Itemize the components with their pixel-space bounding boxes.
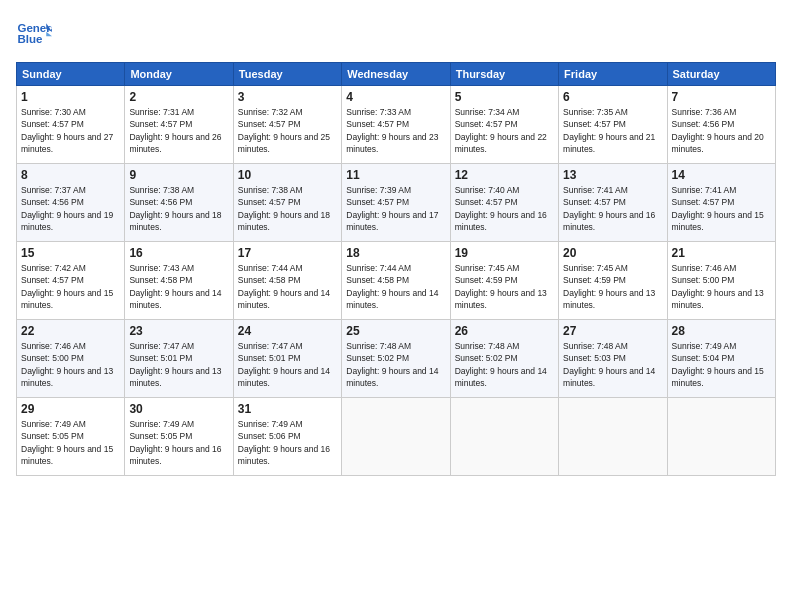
calendar-cell: 31Sunrise: 7:49 AMSunset: 5:06 PMDayligh… [233,398,341,476]
day-info: Sunrise: 7:49 AMSunset: 5:05 PMDaylight:… [129,418,228,467]
day-info: Sunrise: 7:38 AMSunset: 4:56 PMDaylight:… [129,184,228,233]
calendar-week-5: 29Sunrise: 7:49 AMSunset: 5:05 PMDayligh… [17,398,776,476]
calendar-cell: 1Sunrise: 7:30 AMSunset: 4:57 PMDaylight… [17,86,125,164]
day-number: 25 [346,324,445,338]
calendar-week-2: 8Sunrise: 7:37 AMSunset: 4:56 PMDaylight… [17,164,776,242]
day-number: 1 [21,90,120,104]
day-number: 18 [346,246,445,260]
day-info: Sunrise: 7:48 AMSunset: 5:02 PMDaylight:… [455,340,554,389]
day-info: Sunrise: 7:34 AMSunset: 4:57 PMDaylight:… [455,106,554,155]
calendar-cell: 16Sunrise: 7:43 AMSunset: 4:58 PMDayligh… [125,242,233,320]
calendar-cell: 15Sunrise: 7:42 AMSunset: 4:57 PMDayligh… [17,242,125,320]
calendar-table: SundayMondayTuesdayWednesdayThursdayFrid… [16,62,776,476]
day-number: 6 [563,90,662,104]
day-number: 2 [129,90,228,104]
calendar-cell [342,398,450,476]
day-number: 21 [672,246,771,260]
day-number: 7 [672,90,771,104]
calendar-cell: 19Sunrise: 7:45 AMSunset: 4:59 PMDayligh… [450,242,558,320]
weekday-header-row: SundayMondayTuesdayWednesdayThursdayFrid… [17,63,776,86]
weekday-header-sunday: Sunday [17,63,125,86]
weekday-header-friday: Friday [559,63,667,86]
day-info: Sunrise: 7:44 AMSunset: 4:58 PMDaylight:… [238,262,337,311]
day-number: 23 [129,324,228,338]
day-number: 9 [129,168,228,182]
day-number: 17 [238,246,337,260]
day-info: Sunrise: 7:35 AMSunset: 4:57 PMDaylight:… [563,106,662,155]
calendar-cell: 14Sunrise: 7:41 AMSunset: 4:57 PMDayligh… [667,164,775,242]
page-header: General Blue [16,16,776,52]
calendar-cell: 27Sunrise: 7:48 AMSunset: 5:03 PMDayligh… [559,320,667,398]
weekday-header-wednesday: Wednesday [342,63,450,86]
day-info: Sunrise: 7:45 AMSunset: 4:59 PMDaylight:… [455,262,554,311]
day-info: Sunrise: 7:41 AMSunset: 4:57 PMDaylight:… [672,184,771,233]
day-info: Sunrise: 7:38 AMSunset: 4:57 PMDaylight:… [238,184,337,233]
calendar-cell: 5Sunrise: 7:34 AMSunset: 4:57 PMDaylight… [450,86,558,164]
day-number: 26 [455,324,554,338]
day-number: 13 [563,168,662,182]
day-number: 20 [563,246,662,260]
day-info: Sunrise: 7:41 AMSunset: 4:57 PMDaylight:… [563,184,662,233]
day-info: Sunrise: 7:42 AMSunset: 4:57 PMDaylight:… [21,262,120,311]
day-number: 11 [346,168,445,182]
day-info: Sunrise: 7:39 AMSunset: 4:57 PMDaylight:… [346,184,445,233]
calendar-cell: 9Sunrise: 7:38 AMSunset: 4:56 PMDaylight… [125,164,233,242]
calendar-cell: 17Sunrise: 7:44 AMSunset: 4:58 PMDayligh… [233,242,341,320]
day-info: Sunrise: 7:48 AMSunset: 5:03 PMDaylight:… [563,340,662,389]
calendar-cell: 29Sunrise: 7:49 AMSunset: 5:05 PMDayligh… [17,398,125,476]
day-info: Sunrise: 7:49 AMSunset: 5:04 PMDaylight:… [672,340,771,389]
calendar-cell: 22Sunrise: 7:46 AMSunset: 5:00 PMDayligh… [17,320,125,398]
calendar-cell: 21Sunrise: 7:46 AMSunset: 5:00 PMDayligh… [667,242,775,320]
calendar-cell: 18Sunrise: 7:44 AMSunset: 4:58 PMDayligh… [342,242,450,320]
calendar-cell [559,398,667,476]
page-container: General Blue SundayMondayTuesdayWednesda… [0,0,792,612]
day-info: Sunrise: 7:49 AMSunset: 5:06 PMDaylight:… [238,418,337,467]
calendar-cell: 4Sunrise: 7:33 AMSunset: 4:57 PMDaylight… [342,86,450,164]
day-number: 28 [672,324,771,338]
day-number: 14 [672,168,771,182]
day-info: Sunrise: 7:46 AMSunset: 5:00 PMDaylight:… [21,340,120,389]
day-number: 30 [129,402,228,416]
calendar-cell: 7Sunrise: 7:36 AMSunset: 4:56 PMDaylight… [667,86,775,164]
calendar-cell: 30Sunrise: 7:49 AMSunset: 5:05 PMDayligh… [125,398,233,476]
calendar-cell: 2Sunrise: 7:31 AMSunset: 4:57 PMDaylight… [125,86,233,164]
day-info: Sunrise: 7:40 AMSunset: 4:57 PMDaylight:… [455,184,554,233]
calendar-cell: 10Sunrise: 7:38 AMSunset: 4:57 PMDayligh… [233,164,341,242]
day-number: 31 [238,402,337,416]
calendar-week-1: 1Sunrise: 7:30 AMSunset: 4:57 PMDaylight… [17,86,776,164]
calendar-cell [667,398,775,476]
day-info: Sunrise: 7:37 AMSunset: 4:56 PMDaylight:… [21,184,120,233]
day-number: 16 [129,246,228,260]
calendar-cell: 26Sunrise: 7:48 AMSunset: 5:02 PMDayligh… [450,320,558,398]
day-info: Sunrise: 7:45 AMSunset: 4:59 PMDaylight:… [563,262,662,311]
calendar-cell: 23Sunrise: 7:47 AMSunset: 5:01 PMDayligh… [125,320,233,398]
day-info: Sunrise: 7:49 AMSunset: 5:05 PMDaylight:… [21,418,120,467]
calendar-cell: 11Sunrise: 7:39 AMSunset: 4:57 PMDayligh… [342,164,450,242]
day-number: 3 [238,90,337,104]
day-info: Sunrise: 7:31 AMSunset: 4:57 PMDaylight:… [129,106,228,155]
svg-text:Blue: Blue [17,33,43,45]
calendar-cell: 25Sunrise: 7:48 AMSunset: 5:02 PMDayligh… [342,320,450,398]
logo: General Blue [16,16,56,52]
day-info: Sunrise: 7:48 AMSunset: 5:02 PMDaylight:… [346,340,445,389]
logo-icon: General Blue [16,16,52,52]
day-number: 27 [563,324,662,338]
day-info: Sunrise: 7:47 AMSunset: 5:01 PMDaylight:… [238,340,337,389]
calendar-week-3: 15Sunrise: 7:42 AMSunset: 4:57 PMDayligh… [17,242,776,320]
day-number: 15 [21,246,120,260]
day-number: 24 [238,324,337,338]
day-number: 22 [21,324,120,338]
calendar-cell: 20Sunrise: 7:45 AMSunset: 4:59 PMDayligh… [559,242,667,320]
weekday-header-monday: Monday [125,63,233,86]
day-number: 12 [455,168,554,182]
day-number: 5 [455,90,554,104]
calendar-cell: 28Sunrise: 7:49 AMSunset: 5:04 PMDayligh… [667,320,775,398]
day-info: Sunrise: 7:33 AMSunset: 4:57 PMDaylight:… [346,106,445,155]
day-number: 4 [346,90,445,104]
calendar-week-4: 22Sunrise: 7:46 AMSunset: 5:00 PMDayligh… [17,320,776,398]
weekday-header-tuesday: Tuesday [233,63,341,86]
day-info: Sunrise: 7:46 AMSunset: 5:00 PMDaylight:… [672,262,771,311]
weekday-header-saturday: Saturday [667,63,775,86]
day-number: 10 [238,168,337,182]
calendar-cell: 8Sunrise: 7:37 AMSunset: 4:56 PMDaylight… [17,164,125,242]
